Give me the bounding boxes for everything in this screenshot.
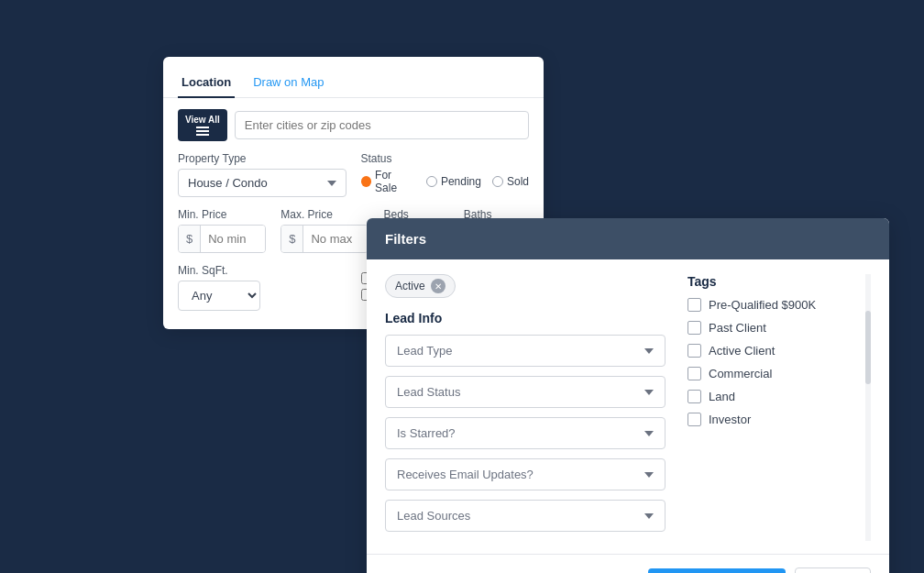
property-status-row: Property Type House / Condo Status For S… bbox=[178, 152, 529, 197]
filters-header: Filters bbox=[367, 218, 889, 259]
clear-button[interactable]: CLEAR bbox=[795, 567, 871, 573]
min-price-prefix: $ bbox=[179, 226, 201, 252]
max-price-input[interactable] bbox=[303, 226, 368, 252]
radio-empty-pending bbox=[426, 176, 437, 187]
tag-label-investor: Investor bbox=[709, 413, 751, 426]
tag-checkbox-investor[interactable] bbox=[688, 413, 701, 426]
min-price-group: Min. Price $ bbox=[178, 208, 266, 253]
tag-label-commercial: Commercial bbox=[709, 367, 772, 380]
max-price-input-group: $ bbox=[280, 225, 368, 253]
max-price-label: Max. Price bbox=[280, 208, 368, 221]
tag-land: Land bbox=[688, 390, 871, 403]
hamburger-icon bbox=[196, 127, 209, 136]
radio-empty-sold bbox=[492, 176, 503, 187]
tag-label-pre-qualified: Pre-Qualified $900K bbox=[709, 298, 816, 312]
view-all-label: View All bbox=[185, 115, 220, 125]
tag-active-client: Active Client bbox=[688, 344, 871, 358]
filters-left: Active ✕ Lead Info Lead Type Lead Status… bbox=[385, 274, 666, 541]
view-results-button[interactable]: VIEW 24 RESULTS bbox=[648, 568, 786, 573]
max-price-group: Max. Price $ bbox=[280, 208, 368, 253]
min-price-input[interactable] bbox=[201, 226, 265, 252]
tab-location[interactable]: Location bbox=[178, 68, 235, 98]
min-sqft-group: Min. SqFt. Any bbox=[178, 264, 346, 311]
sqft-select[interactable]: Any bbox=[178, 281, 260, 311]
min-sqft-label: Min. SqFt. bbox=[178, 264, 346, 277]
status-pending[interactable]: Pending bbox=[426, 175, 481, 188]
view-all-button[interactable]: View All bbox=[178, 109, 227, 141]
tabs-row: Location Draw on Map bbox=[163, 57, 544, 98]
status-group: Status For Sale Pending Sold bbox=[361, 152, 530, 197]
status-label: Status bbox=[361, 152, 530, 165]
scrollbar-thumb[interactable] bbox=[865, 311, 871, 384]
lead-status-dropdown[interactable]: Lead Status bbox=[385, 376, 666, 408]
city-zip-search[interactable] bbox=[235, 111, 529, 139]
filters-right-wrapper: Tags Pre-Qualified $900K Past Client Act… bbox=[688, 274, 871, 541]
filters-footer: VIEW 24 RESULTS CLEAR bbox=[367, 554, 889, 573]
tag-investor: Investor bbox=[688, 413, 871, 426]
lead-sources-dropdown[interactable]: Lead Sources bbox=[385, 500, 666, 532]
filters-right: Tags Pre-Qualified $900K Past Client Act… bbox=[688, 274, 871, 426]
active-tag: Active ✕ bbox=[385, 274, 456, 298]
min-price-label: Min. Price bbox=[178, 208, 266, 221]
tag-checkbox-active-client[interactable] bbox=[688, 344, 701, 358]
status-options: For Sale Pending Sold bbox=[361, 169, 530, 194]
active-tag-close-icon[interactable]: ✕ bbox=[431, 279, 446, 293]
radio-dot-selected bbox=[361, 176, 372, 187]
view-all-search-row: View All bbox=[178, 109, 529, 141]
property-type-select[interactable]: House / Condo bbox=[178, 169, 346, 197]
tab-draw-on-map[interactable]: Draw on Map bbox=[249, 68, 327, 98]
receives-email-dropdown[interactable]: Receives Email Updates? bbox=[385, 458, 666, 490]
tag-pre-qualified: Pre-Qualified $900K bbox=[688, 298, 871, 312]
lead-type-dropdown[interactable]: Lead Type bbox=[385, 335, 666, 367]
tag-label-active-client: Active Client bbox=[709, 344, 775, 358]
tag-label-past-client: Past Client bbox=[709, 321, 766, 335]
min-price-input-group: $ bbox=[178, 225, 266, 253]
tags-title: Tags bbox=[688, 274, 871, 289]
sold-label: Sold bbox=[507, 175, 529, 188]
tag-checkbox-past-client[interactable] bbox=[688, 321, 701, 335]
active-tag-label: Active bbox=[395, 280, 425, 292]
tag-checkbox-pre-qualified[interactable] bbox=[688, 298, 701, 312]
status-for-sale[interactable]: For Sale bbox=[361, 169, 415, 194]
pending-label: Pending bbox=[441, 175, 481, 188]
scrollbar-track bbox=[865, 274, 871, 541]
property-type-group: Property Type House / Condo bbox=[178, 152, 346, 197]
for-sale-label: For Sale bbox=[375, 169, 415, 194]
tag-label-land: Land bbox=[709, 390, 735, 403]
tag-checkbox-land[interactable] bbox=[688, 390, 701, 403]
lead-info-title: Lead Info bbox=[385, 311, 666, 325]
status-sold[interactable]: Sold bbox=[492, 175, 529, 188]
tag-commercial: Commercial bbox=[688, 367, 871, 380]
property-type-label: Property Type bbox=[178, 152, 346, 165]
is-starred-dropdown[interactable]: Is Starred? bbox=[385, 417, 666, 449]
tag-past-client: Past Client bbox=[688, 321, 871, 335]
filters-body: Active ✕ Lead Info Lead Type Lead Status… bbox=[367, 259, 889, 541]
tag-checkbox-commercial[interactable] bbox=[688, 367, 701, 380]
filters-panel: Filters Active ✕ Lead Info Lead Type Lea… bbox=[367, 218, 889, 573]
max-price-prefix: $ bbox=[281, 226, 303, 252]
